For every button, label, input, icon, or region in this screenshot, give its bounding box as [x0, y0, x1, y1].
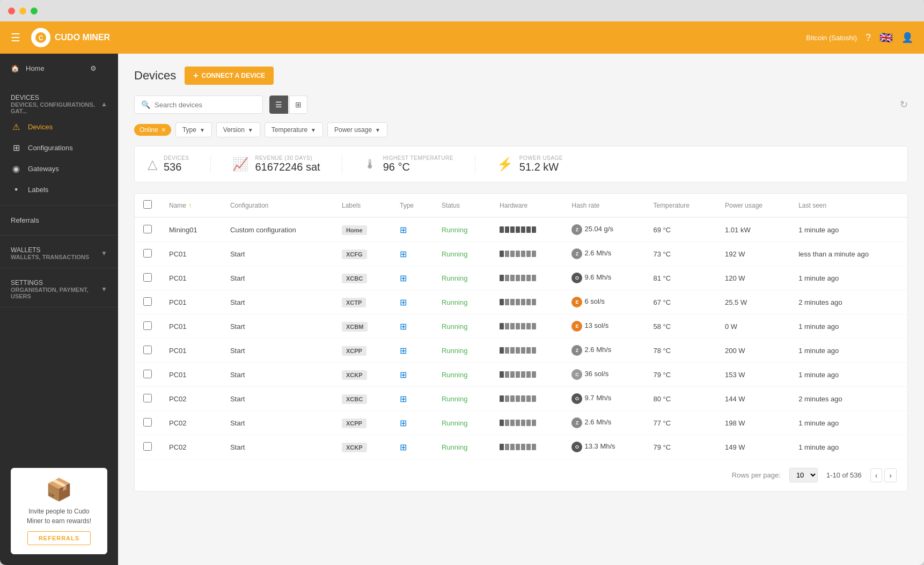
- status-badge: Running: [442, 347, 467, 355]
- status-badge: Running: [442, 371, 467, 379]
- maximize-dot[interactable]: [31, 8, 38, 14]
- power-header[interactable]: Power usage: [716, 194, 790, 217]
- select-all-header[interactable]: [135, 194, 160, 217]
- labels-header[interactable]: Labels: [333, 194, 391, 217]
- temperature-filter-dropdown[interactable]: Temperature ▼: [265, 122, 323, 137]
- hashrate-icon: E: [571, 321, 582, 332]
- row-hashrate: E6 sol/s: [563, 290, 644, 314]
- row-status: Running: [433, 290, 491, 314]
- row-checkbox[interactable]: [143, 418, 152, 427]
- row-config: Custom configuration: [222, 217, 333, 242]
- select-all-checkbox[interactable]: [143, 200, 152, 209]
- revenue-stat-label: REVENUE (30 DAYS): [255, 155, 320, 161]
- status-header[interactable]: Status: [433, 194, 491, 217]
- online-tag-close[interactable]: ×: [162, 126, 166, 134]
- row-lastseen: 2 minutes ago: [790, 290, 907, 314]
- type-header[interactable]: Type: [391, 194, 433, 217]
- stat-divider-1: [210, 155, 211, 173]
- row-checkbox-cell[interactable]: [135, 363, 160, 387]
- wallets-collapse-icon[interactable]: ▼: [101, 250, 107, 257]
- row-name: PC02: [160, 435, 222, 459]
- row-temperature: 73 °C: [644, 242, 716, 266]
- lastseen-header[interactable]: Last seen: [790, 194, 907, 217]
- sidebar-item-home[interactable]: 🏠 Home ⚙: [0, 54, 118, 83]
- hashrate-icon: O: [571, 442, 582, 452]
- sidebar-devices-group[interactable]: Devices Devices, Configurations, Gat... …: [0, 89, 118, 116]
- row-checkbox-cell[interactable]: [135, 435, 160, 459]
- configuration-header[interactable]: Configuration: [222, 194, 333, 217]
- row-checkbox-cell[interactable]: [135, 266, 160, 290]
- refresh-icon[interactable]: ↻: [900, 99, 908, 111]
- settings-gear-icon[interactable]: ⚙: [79, 59, 107, 78]
- sidebar-item-devices[interactable]: ⚠ Devices: [0, 116, 118, 137]
- row-checkbox[interactable]: [143, 225, 152, 233]
- version-filter-dropdown[interactable]: Version ▼: [216, 122, 260, 137]
- row-checkbox-cell[interactable]: [135, 387, 160, 411]
- page-header: Devices + CONNECT A DEVICE: [134, 67, 908, 85]
- close-dot[interactable]: [8, 8, 15, 14]
- sidebar-wallets-group[interactable]: Wallets Wallets, Transactions ▼: [0, 241, 118, 262]
- row-hashrate: Z2.6 Mh/s: [563, 242, 644, 266]
- logo-text: CUDO MINER: [55, 33, 110, 42]
- devices-stat-icon: △: [148, 157, 157, 172]
- next-page-button[interactable]: ›: [884, 468, 897, 482]
- sidebar-item-configurations[interactable]: ⊞ Configurations: [0, 137, 118, 158]
- row-labels: XCFG: [333, 242, 391, 266]
- user-icon[interactable]: 👤: [901, 32, 913, 43]
- referrals-button[interactable]: REFERRALS: [27, 531, 91, 545]
- row-checkbox[interactable]: [143, 321, 152, 330]
- list-view-button[interactable]: ☰: [269, 96, 288, 114]
- table-row: PC01 Start XCBM ⊞ Running E13 sol/s 58 °…: [135, 314, 907, 339]
- row-checkbox-cell[interactable]: [135, 411, 160, 435]
- row-checkbox[interactable]: [143, 346, 152, 354]
- hashrate-header[interactable]: Hash rate: [563, 194, 644, 217]
- sidebar-settings-group[interactable]: Settings Organisation, Payment, Users ▼: [0, 274, 118, 302]
- row-type: ⊞: [391, 314, 433, 339]
- row-config: Start: [222, 435, 333, 459]
- grid-view-button[interactable]: ⊞: [289, 96, 307, 114]
- row-checkbox[interactable]: [143, 297, 152, 306]
- row-checkbox-cell[interactable]: [135, 217, 160, 242]
- row-checkbox[interactable]: [143, 394, 152, 402]
- devices-collapse-icon[interactable]: ▲: [101, 100, 107, 108]
- row-checkbox[interactable]: [143, 273, 152, 282]
- hardware-header[interactable]: Hardware: [491, 194, 563, 217]
- row-checkbox-cell[interactable]: [135, 242, 160, 266]
- temperature-header[interactable]: Temperature: [644, 194, 716, 217]
- row-status: Running: [433, 242, 491, 266]
- row-checkbox[interactable]: [143, 370, 152, 378]
- search-box[interactable]: 🔍: [134, 96, 263, 114]
- row-type: ⊞: [391, 217, 433, 242]
- help-icon[interactable]: ?: [866, 32, 871, 43]
- name-header[interactable]: Name↑: [160, 194, 222, 217]
- status-badge: Running: [442, 395, 467, 403]
- power-usage-filter-dropdown[interactable]: Power usage ▼: [327, 122, 387, 137]
- sidebar-item-referrals[interactable]: Referrals: [0, 211, 118, 230]
- sidebar-item-labels[interactable]: ▪ Labels: [0, 179, 118, 200]
- row-hardware: [491, 435, 563, 459]
- currency-display[interactable]: Bitcoin (Satoshi): [806, 34, 857, 42]
- sidebar-item-gateways[interactable]: ◉ Gateways: [0, 158, 118, 179]
- type-filter-dropdown[interactable]: Type ▼: [175, 122, 212, 137]
- language-flag[interactable]: 🇬🇧: [879, 31, 893, 44]
- row-checkbox-cell[interactable]: [135, 290, 160, 314]
- row-checkbox[interactable]: [143, 442, 152, 451]
- row-checkbox[interactable]: [143, 249, 152, 258]
- row-type: ⊞: [391, 387, 433, 411]
- hw-block: [510, 444, 515, 450]
- minimize-dot[interactable]: [19, 8, 26, 14]
- devices-group-sublabel: Devices, Configurations, Gat...: [11, 101, 101, 114]
- row-hashrate: E13 sol/s: [563, 314, 644, 339]
- prev-page-button[interactable]: ‹: [870, 468, 883, 482]
- rows-per-page-select[interactable]: 10 25 50: [789, 468, 818, 482]
- connect-device-button[interactable]: + CONNECT A DEVICE: [185, 67, 274, 85]
- search-input[interactable]: [155, 101, 256, 109]
- row-checkbox-cell[interactable]: [135, 339, 160, 363]
- row-name: PC01: [160, 242, 222, 266]
- settings-collapse-icon[interactable]: ▼: [101, 285, 107, 293]
- row-checkbox-cell[interactable]: [135, 314, 160, 339]
- online-filter-tag[interactable]: Online ×: [134, 124, 171, 136]
- table-body: Mining01 Custom configuration Home ⊞ Run…: [135, 217, 907, 459]
- row-hardware: [491, 314, 563, 339]
- hamburger-menu[interactable]: ☰: [11, 31, 20, 44]
